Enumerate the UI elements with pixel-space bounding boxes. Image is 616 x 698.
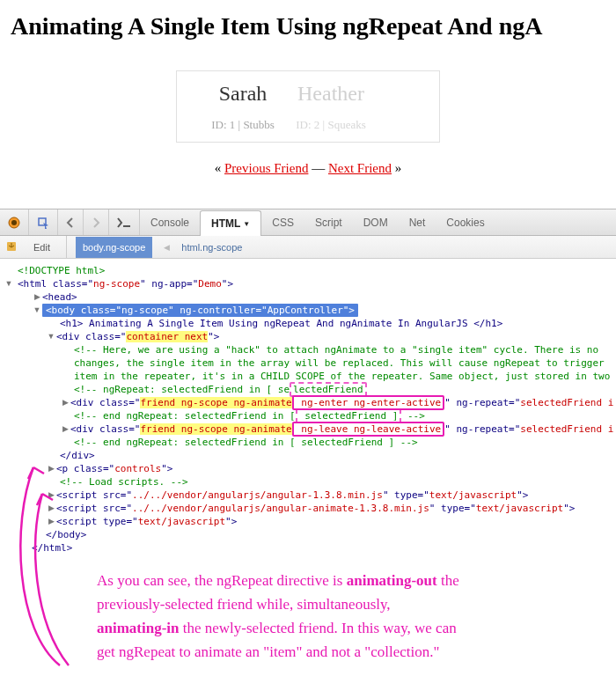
- annotation-area: As you can see, the ngRepeat directive i…: [0, 560, 616, 698]
- tree-comment: <!-- Here, we are using a "hack" to atta…: [74, 343, 598, 356]
- friend-subtitle: ID: 2 | Squeaks: [265, 106, 397, 132]
- page-title: Animating A Single Item Using ngRepeat A…: [0, 0, 616, 48]
- chevron-icon: ◀: [161, 243, 172, 252]
- tab-html-label: HTML: [211, 217, 240, 230]
- tree-node[interactable]: <script src="../../vendor/angularjs/angu…: [56, 489, 528, 502]
- annotation-text: As you can see, the ngRepeat directive i…: [97, 569, 590, 664]
- tree-node-leave[interactable]: <div class="friend ng-scope ng-animate n…: [70, 422, 613, 436]
- back-icon[interactable]: [58, 209, 84, 235]
- devtools-toolbar: Console HTML▼ CSS Script DOM Net Cookies: [0, 209, 616, 236]
- tree-node[interactable]: <html class="ng-scope" ng-app="Demo">: [18, 277, 233, 290]
- tab-cookies[interactable]: Cookies: [436, 209, 495, 235]
- edit-button[interactable]: Edit: [26, 242, 57, 253]
- tree-node[interactable]: <h1> Animating A Single Item Using ngRep…: [60, 317, 502, 330]
- breadcrumb[interactable]: html.ng-scope: [181, 242, 242, 253]
- devtools-subbar: Edit body.ng-scope ◀ html.ng-scope: [0, 236, 616, 259]
- tab-console[interactable]: Console: [140, 209, 200, 235]
- inspect-icon[interactable]: [29, 209, 58, 235]
- tab-net[interactable]: Net: [399, 209, 436, 235]
- forward-icon[interactable]: [84, 209, 109, 235]
- tree-comment: <!-- end ngRepeat: selectedFriend in [ s…: [74, 436, 418, 449]
- tab-html[interactable]: HTML▼: [200, 210, 261, 236]
- friend-name: Heather: [265, 71, 397, 106]
- next-quote: »: [395, 161, 402, 175]
- tab-css[interactable]: CSS: [261, 209, 304, 235]
- firebug-icon[interactable]: [0, 209, 29, 235]
- tree-node-selected[interactable]: <body class="ng-scope" ng-controller="Ap…: [42, 304, 358, 317]
- mutation-icon[interactable]: [5, 240, 18, 254]
- prev-quote: «: [215, 161, 222, 175]
- svg-point-1: [11, 220, 17, 225]
- tree-node[interactable]: <div class="container next">: [56, 330, 219, 343]
- tree-node-enter[interactable]: <div class="friend ng-scope ng-animate n…: [70, 396, 613, 409]
- tree-comment: <!-- end ngRepeat: selectedFriend in [ s…: [74, 409, 425, 422]
- tab-dom[interactable]: DOM: [353, 209, 399, 235]
- tree-comment: changes, the single item in the array wi…: [74, 356, 605, 370]
- tab-script[interactable]: Script: [304, 209, 353, 235]
- dropdown-icon: ▼: [240, 220, 250, 228]
- tree-node[interactable]: <!DOCTYPE html>: [18, 264, 105, 277]
- tree-node[interactable]: <script src="../../vendor/angularjs/angu…: [56, 502, 575, 515]
- next-friend-link[interactable]: Next Friend: [328, 161, 392, 175]
- tree-comment: <!-- ngRepeat: selectedFriend in [ selec…: [74, 383, 367, 396]
- breadcrumb-active[interactable]: body.ng-scope: [76, 237, 152, 258]
- tree-node[interactable]: <head>: [42, 290, 77, 304]
- friend-container: Sarah ID: 1 | Stubbs Heather ID: 2 | Squ…: [176, 70, 440, 143]
- separator: —: [312, 161, 328, 175]
- arrow-annotation-icon: [7, 419, 95, 698]
- tree-comment: item in the repeater, it's in a CHILD SC…: [74, 370, 610, 383]
- controls: « Previous Friend — Next Friend »: [0, 156, 616, 195]
- devtools-tabs: Console HTML▼ CSS Script DOM Net Cookies: [140, 209, 495, 235]
- friend-card: Heather ID: 2 | Squeaks: [265, 71, 397, 142]
- console-toggle-icon[interactable]: [109, 209, 140, 235]
- previous-friend-link[interactable]: Previous Friend: [224, 161, 308, 175]
